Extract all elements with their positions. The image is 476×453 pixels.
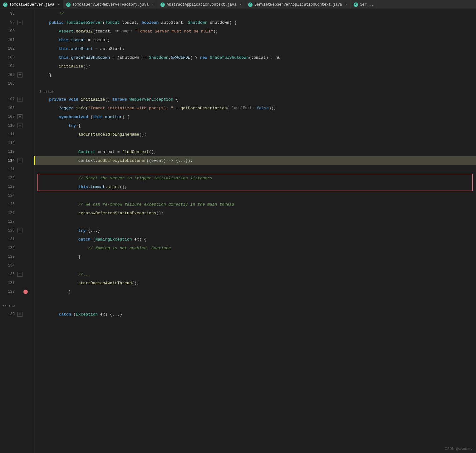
fold-icon-107[interactable]: ▽ (17, 97, 22, 102)
code-line-100: Assert.notNull(tomcat, message: "Tomcat … (34, 27, 476, 36)
code-line-108: logger.info("Tomcat initialized with por… (34, 104, 476, 112)
line-num-101: 101 (0, 38, 17, 42)
fold-icon-109[interactable]: ▽ (17, 114, 22, 119)
java-icon-4: C (248, 2, 253, 7)
fold-109: ▽ (17, 114, 23, 119)
line-num-to139: to 139 (0, 304, 17, 308)
fold-icon-99[interactable]: ▽ (17, 20, 22, 25)
line-num-121: 121 (0, 167, 17, 172)
code-line-103: this.gracefulShutdown = (shutdown == Shu… (34, 53, 476, 62)
line-num-106: 106 (0, 82, 17, 86)
fold-icon-114[interactable]: + (17, 158, 22, 163)
tab3-close[interactable]: × (239, 3, 242, 7)
code-line-98: */ (34, 9, 476, 18)
fold-icon-105[interactable]: ▽ (17, 72, 22, 77)
debug-dot-102[interactable] (23, 47, 28, 51)
fold-icon-110[interactable]: ▽ (17, 123, 22, 128)
tab-ser[interactable]: C Ser... (351, 0, 377, 9)
line-number-gutter: 98 99 ▽ 100 101 102 (0, 9, 34, 453)
line-num-98: 98 (0, 12, 17, 16)
fold-105: ▽ (17, 72, 23, 77)
code-line-134 (34, 261, 476, 270)
code-line-135: //... (34, 270, 476, 279)
line-num-138: 138 (0, 290, 17, 294)
tab-servletwebserver[interactable]: C ServletWebServerApplicationContext.jav… (245, 0, 351, 9)
debug-dot-135[interactable] (23, 272, 28, 276)
debug-dot-127[interactable] (23, 220, 28, 224)
gutter-row-139: 139 ▽ (0, 310, 34, 319)
gutter-row-122: 122 (0, 174, 34, 182)
gutter-row-111: 111 (0, 130, 34, 139)
debug-dot-138[interactable] (23, 290, 28, 294)
code-line-132: // Naming is not enabled. Continue (34, 244, 476, 252)
debug-dot-139[interactable] (23, 312, 28, 316)
watermark: CSDN @wvmiboy (445, 447, 472, 451)
debug-dot-108[interactable] (23, 106, 28, 110)
gutter-row-124: 124 (0, 191, 34, 200)
java-icon-3: C (160, 2, 165, 7)
debug-dot-103[interactable] (23, 55, 28, 60)
debug-dot-98[interactable] (23, 12, 28, 16)
debug-dot-122[interactable] (23, 176, 28, 180)
usage-label: 1 usage (34, 88, 476, 95)
debug-dot-101[interactable] (23, 38, 28, 42)
line-num-131: 131 (0, 237, 17, 241)
gutter-row-137: 137 (0, 279, 34, 287)
tab3-label: AbstractApplicationContext.java (167, 2, 236, 7)
code-line-131: catch (NamingException ex) { (34, 235, 476, 244)
tab4-close[interactable]: × (345, 3, 347, 7)
debug-dot-109[interactable] (23, 115, 28, 119)
gutter-row-101: 101 (0, 36, 34, 44)
debug-dot-113[interactable] (23, 150, 28, 154)
debug-dot-123[interactable] (23, 185, 28, 189)
line-num-135: 135 (0, 272, 17, 276)
gutter-row-112: 112 (0, 139, 34, 147)
fold-icon-135[interactable]: + (17, 272, 22, 277)
debug-dot-112[interactable] (23, 141, 28, 145)
debug-dot-100[interactable] (23, 29, 28, 33)
debug-dot-105[interactable] (23, 73, 28, 77)
tab1-close[interactable]: × (57, 3, 60, 7)
debug-dot-128[interactable] (23, 228, 28, 233)
debug-dot-131[interactable] (23, 237, 28, 241)
debug-dot-132[interactable] (23, 246, 28, 250)
fold-icon-139[interactable]: ▽ (17, 312, 22, 317)
code-line-127 (34, 217, 476, 226)
line-num-100: 100 (0, 29, 17, 33)
line-num-113: 113 (0, 150, 17, 154)
debug-dot-99[interactable] (23, 20, 28, 25)
line-num-133: 133 (0, 255, 17, 259)
line-num-139: 139 (0, 312, 17, 316)
debug-dot-114[interactable] (23, 158, 28, 163)
tab-tomcatservlet[interactable]: C TomcatServletWebServerFactory.java × (63, 0, 157, 9)
debug-dot-126[interactable] (23, 211, 28, 215)
debug-dot-133[interactable] (23, 255, 28, 259)
debug-dot-124[interactable] (23, 193, 28, 198)
line-num-99: 99 (0, 20, 17, 25)
line-num-111: 111 (0, 132, 17, 137)
tab5-label: Ser... (360, 2, 373, 7)
debug-dot-121[interactable] (23, 167, 28, 172)
line-num-103: 103 (0, 55, 17, 60)
debug-dot-107[interactable] (23, 97, 28, 102)
tab2-close[interactable]: × (152, 3, 154, 7)
line-num-132: 132 (0, 246, 17, 250)
code-line-139: catch (Exception ex) {...} (34, 310, 476, 319)
gutter-row-134: 134 (0, 261, 34, 270)
code-line-122: // Start the server to trigger initializ… (34, 174, 476, 182)
debug-dot-110[interactable] (23, 123, 28, 128)
gutter-row-108: 108 (0, 104, 34, 112)
debug-dot-111[interactable] (23, 132, 28, 137)
fold-icon-128[interactable]: + (17, 228, 22, 233)
debug-dot-106[interactable] (23, 82, 28, 86)
code-line-101: this.tomcat = tomcat; (34, 36, 476, 44)
gutter-row-102: 102 (0, 44, 34, 53)
debug-dot-137[interactable] (23, 281, 28, 285)
debug-dot-125[interactable] (23, 202, 28, 207)
tab-abstractapp[interactable]: C AbstractApplicationContext.java × (157, 0, 245, 9)
line-num-134: 134 (0, 263, 17, 268)
tab-tomcatwebserver[interactable]: C TomcatWebServer.java × (0, 0, 63, 9)
debug-dot-134[interactable] (23, 263, 28, 268)
debug-dot-104[interactable] (23, 64, 28, 68)
java-icon-2: C (66, 2, 71, 7)
